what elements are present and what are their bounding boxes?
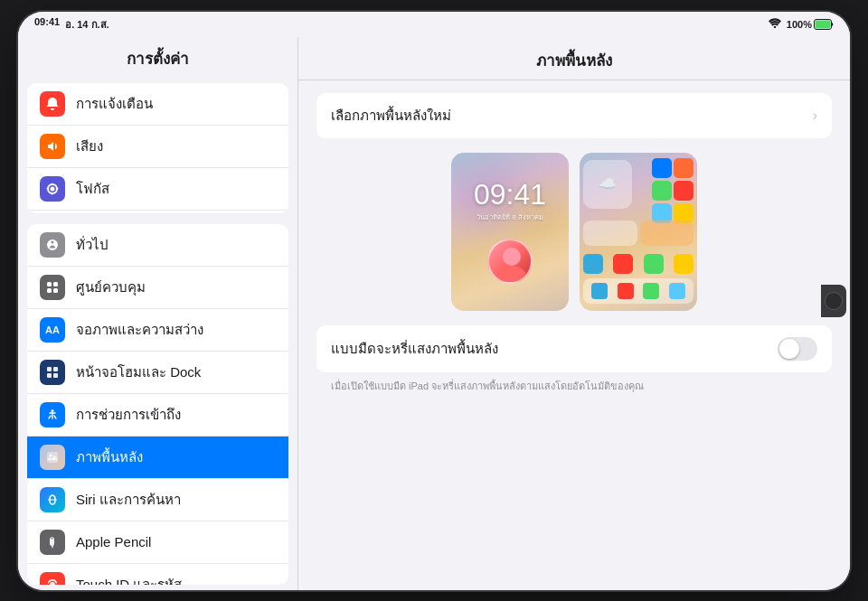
svg-rect-13 (47, 452, 58, 463)
sidebar-item-sounds[interactable]: เสียง (27, 126, 288, 168)
toggle-description: เมื่อเปิดใช้แบบมืด iPad จะหรี่แสงภาพพื้น… (316, 378, 832, 403)
touchid-icon (40, 572, 65, 585)
general-icon (40, 232, 65, 258)
panel-content: เลือกภาพพื้นหลังใหม่ › (298, 80, 850, 416)
select-wallpaper-text: เลือกภาพพื้นหลังใหม่ (331, 105, 451, 127)
panel-header: ภาพพื้นหลัง (298, 37, 850, 80)
wallpaper-previews: 09:41 วันอาทิตย์ที่ 8 สิงหาคม (316, 153, 832, 311)
battery-percent: 100% (787, 19, 812, 30)
applepencil-label: Apple Pencil (76, 534, 151, 549)
ipad-frame: 09:41 อ. 14 ก.ส. 100% (18, 12, 850, 590)
right-panel: ภาพพื้นหลัง เลือกภาพพื้นหลังใหม่ › (298, 37, 850, 590)
home-button-inner (825, 292, 843, 310)
accessibility-icon (40, 402, 65, 427)
dark-mode-toggle-row: แบบมืดจะหรี่แสงภาพพื้นหลัง (316, 325, 832, 372)
sidebar-item-touchid[interactable]: Touch ID และรหัส (27, 564, 288, 585)
toggle-knob (779, 339, 799, 359)
home-screen-dock (583, 278, 693, 304)
sounds-icon (40, 134, 65, 159)
svg-rect-2 (816, 20, 831, 28)
home-screen-preview[interactable]: ☁️ (580, 153, 697, 311)
lock-screen-preview[interactable]: 09:41 วันอาทิตย์ที่ 8 สิงหาคม (451, 153, 569, 311)
sidebar-item-display[interactable]: AA จอภาพและความสว่าง (27, 309, 288, 352)
svg-rect-8 (47, 367, 52, 371)
chevron-right-icon: › (813, 108, 817, 124)
svg-rect-5 (53, 282, 58, 286)
focus-label: โฟกัส (76, 178, 109, 200)
svg-rect-19 (51, 537, 54, 539)
svg-marker-18 (52, 546, 53, 549)
battery-indicator: 100% (787, 19, 834, 30)
svg-point-23 (503, 248, 521, 266)
dark-mode-toggle-label: แบบมืดจะหรี่แสงภาพพื้นหลัง (331, 338, 498, 360)
status-day: อ. 14 ก.ส. (65, 16, 109, 33)
siri-icon (40, 487, 65, 512)
controlcenter-icon (40, 275, 65, 300)
status-time: 09:41 (34, 16, 60, 33)
sidebar-item-applepencil[interactable]: Apple Pencil (27, 521, 288, 564)
homescreen-label: หน้าจอโฮมและ Dock (76, 362, 201, 383)
lock-screen-time: 09:41 (451, 180, 569, 209)
wallpaper-label: ภาพพื้นหลัง (76, 446, 143, 468)
svg-point-14 (50, 454, 52, 456)
sounds-label: เสียง (76, 136, 103, 157)
accessibility-label: การช่วยการเข้าถึง (76, 404, 181, 426)
main-content: การตั้งค่า การแจ้งเตือน (18, 37, 850, 590)
controlcenter-label: ศูนย์ควบคุม (76, 277, 146, 298)
sidebar-item-notifications[interactable]: การแจ้งเตือน (27, 83, 288, 126)
svg-rect-7 (53, 288, 58, 293)
notifications-icon (40, 91, 65, 117)
sidebar-item-homescreen[interactable]: หน้าจอโฮมและ Dock (27, 352, 288, 394)
lock-portrait-photo (487, 239, 533, 284)
sidebar-item-wallpaper[interactable]: ภาพพื้นหลัง (27, 437, 288, 479)
homescreen-icon (40, 360, 65, 385)
svg-point-12 (52, 409, 54, 412)
wallpaper-icon (40, 445, 65, 470)
dark-mode-toggle-switch[interactable] (778, 337, 817, 361)
sidebar-item-accessibility[interactable]: การช่วยการเข้าถึง (27, 394, 288, 437)
svg-rect-11 (53, 373, 58, 378)
sidebar-item-controlcenter[interactable]: ศูนย์ควบคุม (27, 267, 288, 309)
applepencil-icon (40, 530, 65, 555)
sidebar-group-1: การแจ้งเตือน เสียง (27, 83, 288, 213)
focus-icon (40, 176, 65, 202)
svg-point-20 (50, 582, 55, 585)
svg-point-0 (774, 26, 776, 28)
status-bar: 09:41 อ. 14 ก.ส. 100% (18, 12, 850, 37)
wifi-icon (768, 18, 782, 30)
svg-rect-6 (47, 288, 52, 293)
svg-rect-4 (47, 282, 52, 286)
sidebar-item-focus[interactable]: โฟกัส (27, 168, 288, 211)
sidebar-header: การตั้งค่า (18, 37, 297, 78)
sidebar-item-screentime[interactable]: เวลาหน้าจอ (27, 211, 288, 213)
select-wallpaper-row[interactable]: เลือกภาพพื้นหลังใหม่ › (316, 93, 832, 138)
svg-rect-10 (47, 373, 52, 378)
notifications-label: การแจ้งเตือน (76, 93, 153, 115)
home-button[interactable] (821, 285, 846, 317)
svg-rect-9 (53, 367, 58, 371)
sidebar-item-siri[interactable]: Siri และการค้นหา (27, 479, 288, 521)
touchid-label: Touch ID และรหัส (76, 574, 182, 585)
display-icon: AA (40, 317, 65, 343)
lock-screen-date: วันอาทิตย์ที่ 8 สิงหาคม (451, 211, 569, 222)
general-label: ทั่วไป (76, 234, 108, 256)
siri-label: Siri และการค้นหา (76, 489, 181, 511)
sidebar: การตั้งค่า การแจ้งเตือน (18, 37, 298, 590)
sidebar-group-2: ทั่วไป ศูนย์ควบคุม AA จอภา (27, 224, 288, 585)
display-label: จอภาพและความสว่าง (76, 319, 203, 341)
sidebar-item-general[interactable]: ทั่วไป (27, 224, 288, 267)
